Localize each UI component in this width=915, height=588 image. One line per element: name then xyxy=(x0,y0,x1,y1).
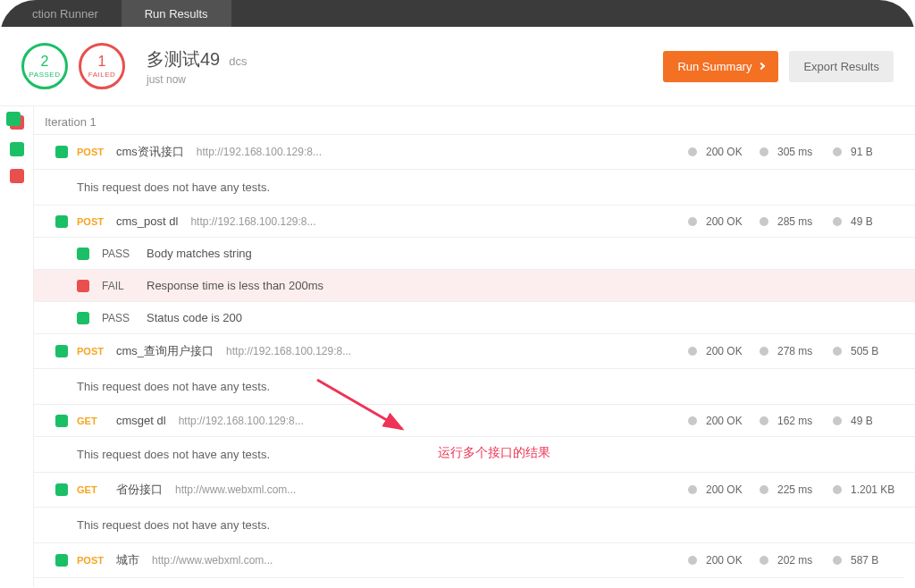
test-row[interactable]: PASSBody matches string xyxy=(34,238,915,270)
response-time: 305 ms xyxy=(777,146,824,158)
no-tests-message: This request does not have any tests. xyxy=(34,369,915,405)
request-url: http://www.webxml.com... xyxy=(152,554,273,567)
status-square-icon xyxy=(55,345,68,357)
response-size: 1.201 KB xyxy=(851,483,897,496)
dot-icon xyxy=(688,147,697,156)
request-name: cms_查询用户接口 xyxy=(116,343,214,359)
http-method: GET xyxy=(77,416,107,426)
response-code: 200 OK xyxy=(706,146,751,158)
request-name: cms资讯接口 xyxy=(116,144,184,160)
no-tests-message: This request does not have any tests. xyxy=(34,170,915,206)
response-time: 285 ms xyxy=(777,215,824,228)
request-row[interactable]: POSTcms_查询用户接口http://192.168.100.129:8..… xyxy=(34,334,915,369)
test-name: Status code is 200 xyxy=(147,311,242,324)
request-name: cmsget dl xyxy=(116,414,166,427)
results-list: Iteration 1 POSTcms资讯接口http://192.168.10… xyxy=(34,106,915,587)
test-status-icon xyxy=(77,312,89,324)
dot-icon xyxy=(833,485,842,494)
response-size: 505 B xyxy=(851,345,897,357)
run-title-block: 多测试49 dcs just now xyxy=(147,47,663,86)
tab-run-results[interactable]: Run Results xyxy=(122,0,231,27)
dot-icon xyxy=(760,147,768,156)
request-url: http://www.webxml.com... xyxy=(175,483,296,496)
request-row[interactable]: POSTcms_post dlhttp://192.168.100.129:8.… xyxy=(34,206,915,238)
dot-icon xyxy=(760,347,768,356)
request-row[interactable]: POSTcms资讯接口http://192.168.100.129:8...20… xyxy=(34,135,915,170)
response-time: 278 ms xyxy=(777,345,824,357)
passed-label: PASSED xyxy=(29,71,61,79)
test-status-icon xyxy=(77,280,89,292)
no-tests-message: This request does not have any tests. xyxy=(34,508,915,543)
window-tabs: ction Runner Run Results xyxy=(0,0,915,27)
dot-icon xyxy=(760,556,768,565)
chevron-right-icon xyxy=(758,63,765,70)
failed-label: FAILED xyxy=(88,71,116,79)
dot-icon xyxy=(688,485,697,494)
run-summary-button[interactable]: Run Summary xyxy=(663,51,778,82)
status-square-icon xyxy=(55,146,68,158)
dot-icon xyxy=(688,416,697,425)
status-square-icon xyxy=(55,215,68,228)
request-row[interactable]: GET省份接口http://www.webxml.com...200 OK225… xyxy=(34,473,915,508)
rail-passed-icon[interactable] xyxy=(10,142,24,156)
test-status-icon xyxy=(77,248,89,260)
run-time: just now xyxy=(147,73,663,86)
dot-icon xyxy=(760,416,768,425)
request-url: http://192.168.100.129:8... xyxy=(197,146,322,158)
dot-icon xyxy=(688,556,697,565)
response-code: 200 OK xyxy=(706,215,751,228)
response-time: 162 ms xyxy=(777,415,824,427)
response-time: 202 ms xyxy=(777,554,824,567)
dot-icon xyxy=(760,217,768,226)
request-url: http://192.168.100.129:8... xyxy=(226,345,351,357)
http-method: POST xyxy=(77,147,107,157)
run-title: 多测试49 xyxy=(147,47,220,71)
passed-count-circle: 2 PASSED xyxy=(21,43,68,89)
no-tests-message: This request does not have any tests. xyxy=(34,437,915,473)
iteration-label[interactable]: Iteration 1 xyxy=(34,106,915,135)
status-square-icon xyxy=(55,483,68,496)
http-method: POST xyxy=(77,555,107,566)
test-result-label: PASS xyxy=(102,248,134,260)
no-tests-message: This request does not have any tests. xyxy=(34,578,915,587)
dot-icon xyxy=(688,217,697,226)
response-code: 200 OK xyxy=(706,345,751,357)
http-method: GET xyxy=(77,484,107,495)
dot-icon xyxy=(833,416,842,425)
response-size: 49 B xyxy=(851,415,897,427)
tab-collection-runner[interactable]: ction Runner xyxy=(9,0,122,27)
request-url: http://192.168.100.129:8... xyxy=(190,215,315,228)
request-name: cms_post dl xyxy=(116,214,178,228)
passed-count: 2 xyxy=(41,55,49,69)
request-url: http://192.168.100.129:8... xyxy=(179,415,304,427)
dot-icon xyxy=(833,147,842,156)
response-code: 200 OK xyxy=(706,483,751,496)
status-square-icon xyxy=(55,554,68,567)
request-row[interactable]: POST城市http://www.webxml.com...200 OK202 … xyxy=(34,543,915,578)
dot-icon xyxy=(833,556,842,565)
request-row[interactable]: GETcmsget dlhttp://192.168.100.129:8...2… xyxy=(34,405,915,437)
request-name: 省份接口 xyxy=(116,482,163,498)
request-name: 城市 xyxy=(116,552,139,568)
export-results-button[interactable]: Export Results xyxy=(789,51,894,82)
results-header: 2 PASSED 1 FAILED 多测试49 dcs just now Run… xyxy=(0,27,915,106)
response-time: 225 ms xyxy=(777,483,824,496)
dot-icon xyxy=(833,217,842,226)
rail-failed-icon[interactable] xyxy=(10,169,24,183)
test-result-label: PASS xyxy=(102,312,134,324)
test-name: Response time is less than 200ms xyxy=(147,279,323,292)
response-size: 587 B xyxy=(851,554,897,567)
failed-count-circle: 1 FAILED xyxy=(79,43,125,89)
rail-all-icon[interactable] xyxy=(10,115,24,130)
status-square-icon xyxy=(55,415,68,427)
test-row[interactable]: FAILResponse time is less than 200ms xyxy=(34,270,915,302)
test-row[interactable]: PASSStatus code is 200 xyxy=(34,302,915,334)
response-code: 200 OK xyxy=(706,415,751,427)
dot-icon xyxy=(760,485,768,494)
collection-name: dcs xyxy=(229,55,247,68)
http-method: POST xyxy=(77,216,107,227)
http-method: POST xyxy=(77,346,107,357)
dot-icon xyxy=(688,347,697,356)
dot-icon xyxy=(833,347,842,356)
response-size: 49 B xyxy=(851,215,897,228)
